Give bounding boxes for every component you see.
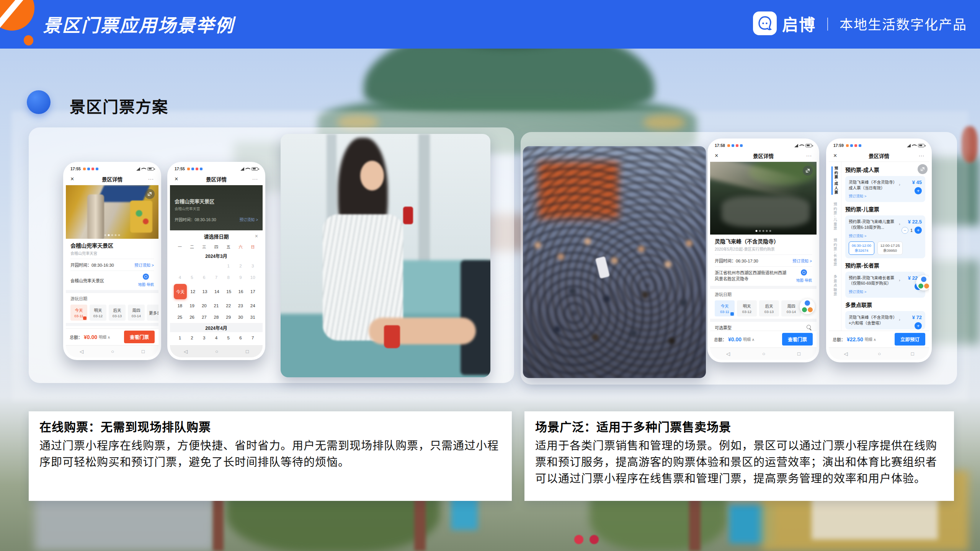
booking-notice-link[interactable]: 预订须知 > bbox=[792, 258, 812, 264]
calendar-day[interactable]: 4 bbox=[174, 272, 186, 283]
detail-toggle[interactable]: 明细 ∧ bbox=[99, 334, 110, 340]
calendar-day[interactable]: 6 bbox=[235, 332, 247, 344]
calendar-day[interactable]: 2 bbox=[186, 332, 198, 344]
more-icon[interactable]: ··· bbox=[916, 153, 924, 158]
share-icon[interactable] bbox=[803, 166, 813, 176]
calendar-day[interactable]: 25 bbox=[174, 311, 186, 323]
booking-notice-link[interactable]: 预订须知 > bbox=[849, 193, 922, 199]
calendar-day[interactable]: 7 bbox=[210, 272, 222, 283]
android-recents-button[interactable]: □ bbox=[246, 349, 249, 354]
calendar-today[interactable]: 今天 bbox=[174, 283, 187, 300]
calendar-day[interactable]: 3 bbox=[247, 260, 259, 272]
calendar-day[interactable]: 30 bbox=[235, 311, 247, 323]
calendar-day[interactable]: 31 bbox=[247, 311, 259, 323]
calendar-day[interactable]: 4 bbox=[210, 332, 222, 344]
calendar-day[interactable]: 14 bbox=[211, 283, 223, 300]
date-chip-today[interactable]: 今天03-11 bbox=[70, 305, 87, 321]
calendar-day[interactable]: 9 bbox=[235, 272, 247, 283]
calendar-day[interactable]: 20 bbox=[198, 300, 210, 311]
android-back-button[interactable]: ◁ bbox=[184, 349, 188, 354]
more-dates-chip[interactable]: 更多日期 bbox=[147, 305, 158, 321]
calendar-day[interactable]: 5 bbox=[222, 332, 235, 344]
android-home-button[interactable]: ○ bbox=[111, 349, 114, 354]
miniprogram-ball-icon[interactable] bbox=[916, 275, 929, 290]
more-icon[interactable]: ··· bbox=[145, 176, 154, 182]
close-icon[interactable]: × bbox=[715, 152, 723, 159]
android-back-button[interactable]: ◁ bbox=[726, 351, 730, 357]
calendar-day[interactable]: 12 bbox=[187, 283, 199, 300]
calendar-day[interactable]: 1 bbox=[222, 260, 235, 272]
booking-notice-link[interactable]: 预订须知 > bbox=[134, 262, 154, 268]
calendar-day[interactable]: 16 bbox=[235, 283, 247, 300]
calendar-day[interactable]: 7 bbox=[247, 332, 259, 344]
tab-combo-ticket[interactable]: 多景点联票 bbox=[832, 275, 838, 297]
modal-close-icon[interactable]: × bbox=[255, 233, 258, 239]
calendar-day[interactable]: 26 bbox=[186, 311, 198, 323]
calendar-day[interactable]: 19 bbox=[186, 300, 198, 311]
calendar-day[interactable]: 8 bbox=[222, 272, 235, 283]
android-back-button[interactable]: ◁ bbox=[80, 349, 83, 354]
tab-child-ticket[interactable]: 预约票-儿童票 bbox=[832, 202, 838, 231]
plus-button[interactable]: + bbox=[915, 227, 922, 234]
calendar-day[interactable]: 28 bbox=[210, 311, 222, 323]
add-ticket-button[interactable]: + bbox=[915, 322, 922, 329]
android-recents-button[interactable]: □ bbox=[142, 349, 145, 354]
android-home-button[interactable]: ○ bbox=[215, 349, 218, 354]
calendar-day[interactable]: 3 bbox=[198, 332, 210, 344]
calendar-day[interactable]: 15 bbox=[223, 283, 235, 300]
calendar-day[interactable]: 24 bbox=[247, 300, 259, 311]
detail-toggle[interactable]: 明细 ∧ bbox=[743, 336, 755, 342]
minus-button[interactable]: − bbox=[902, 227, 908, 234]
calendar-day[interactable]: 22 bbox=[222, 300, 235, 311]
more-icon[interactable]: ··· bbox=[804, 153, 812, 158]
calendar-day[interactable]: 5 bbox=[186, 272, 198, 283]
date-chip-tomorrow[interactable]: 明天03-12 bbox=[737, 300, 757, 316]
date-chip-today[interactable]: 今天03-11 bbox=[715, 300, 735, 316]
booking-notice-link[interactable]: 预订须知 > bbox=[849, 289, 922, 294]
ticket-card-adult[interactable]: 灵隐飞来峰（不含灵隐寺）成人票（当日有效） › ¥ 45 + 预订须知 > bbox=[845, 176, 925, 202]
android-home-button[interactable]: ○ bbox=[762, 351, 765, 357]
calendar-day[interactable]: 21 bbox=[210, 300, 222, 311]
calendar-day[interactable]: 13 bbox=[199, 283, 211, 300]
close-icon[interactable]: × bbox=[833, 152, 842, 159]
ticket-card-senior[interactable]: 预约票-灵隐飞来峰长者票（仅限60-69周岁购买） › ¥ 22.5 + 预订须… bbox=[845, 272, 925, 298]
ticket-card-child[interactable]: 预约票-灵隐飞来峰儿童票（仅限6-18周岁购... › ¥ 22.5 − 1 +… bbox=[845, 215, 925, 258]
android-home-button[interactable]: ○ bbox=[878, 351, 881, 357]
time-slot-afternoon[interactable]: 12:00-17:25余39950 bbox=[877, 241, 903, 255]
date-chip-day3[interactable]: 后天03-13 bbox=[109, 305, 126, 321]
share-icon[interactable] bbox=[918, 164, 928, 174]
calendar-day[interactable]: 29 bbox=[222, 311, 235, 323]
tab-adult-ticket[interactable]: 预约票-成人票 bbox=[831, 166, 839, 195]
add-ticket-button[interactable]: + bbox=[915, 187, 922, 194]
date-chip-day3[interactable]: 后天03-13 bbox=[759, 300, 779, 316]
close-icon[interactable]: × bbox=[175, 176, 183, 183]
calendar-day[interactable]: 23 bbox=[235, 300, 247, 311]
android-recents-button[interactable]: □ bbox=[797, 351, 800, 357]
book-now-button[interactable]: 立即预订 bbox=[895, 333, 925, 346]
view-tickets-button[interactable]: 查看门票 bbox=[782, 333, 813, 346]
android-back-button[interactable]: ◁ bbox=[844, 351, 848, 357]
calendar-day[interactable]: 10 bbox=[247, 272, 259, 283]
date-chip-day4[interactable]: 周四03-14 bbox=[781, 300, 801, 316]
tab-senior-ticket[interactable]: 预约票-长者票 bbox=[832, 238, 838, 267]
android-recents-button[interactable]: □ bbox=[911, 351, 914, 357]
calendar-day[interactable]: 1 bbox=[174, 332, 186, 344]
map-nav-button[interactable]: 地图·导航 bbox=[138, 274, 154, 287]
date-chip-tomorrow[interactable]: 明天03-12 bbox=[90, 305, 106, 321]
ticket-card-combo[interactable]: 灵隐飞来峰（不含灵隐寺）+六和塔（含登塔） › ¥ 72 + bbox=[845, 311, 925, 329]
calendar-day[interactable]: 18 bbox=[174, 300, 186, 311]
more-icon[interactable]: ··· bbox=[250, 176, 258, 182]
calendar-day[interactable]: 17 bbox=[247, 283, 259, 300]
map-nav-button[interactable]: 地图·导航 bbox=[796, 269, 812, 283]
miniprogram-ball-icon[interactable] bbox=[800, 299, 815, 314]
search-icon[interactable] bbox=[807, 325, 812, 330]
share-icon[interactable] bbox=[145, 189, 155, 199]
calendar-day[interactable]: 27 bbox=[198, 311, 210, 323]
calendar-day[interactable]: 6 bbox=[198, 272, 210, 283]
detail-toggle[interactable]: 明细 ∧ bbox=[865, 336, 876, 342]
view-tickets-button[interactable]: 查看门票 bbox=[124, 331, 155, 343]
close-icon[interactable]: × bbox=[70, 176, 79, 183]
calendar-day[interactable]: 2 bbox=[235, 260, 247, 272]
date-chip-day4[interactable]: 周四03-14 bbox=[128, 305, 145, 321]
time-slot-morning[interactable]: 06:30-12:00余32674 bbox=[849, 241, 874, 255]
